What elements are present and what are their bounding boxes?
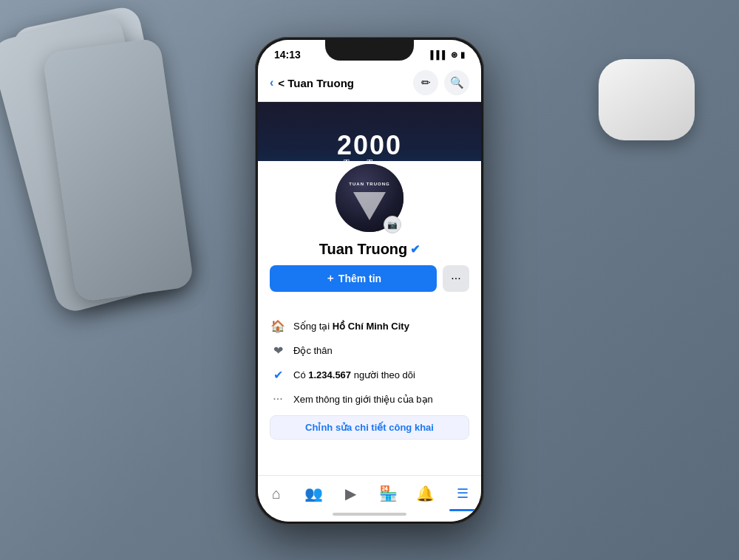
more-icon: ··· (451, 272, 460, 285)
profile-name-text: Tuan Truong (319, 241, 408, 258)
edit-icon: ✏ (421, 76, 431, 89)
battery-icon: ▮ (460, 50, 465, 60)
check-icon: ✔ (270, 368, 286, 382)
profile-section: TUAN TRUONG 📷 Tuan Truong ✔ (258, 161, 481, 311)
status-time: 14:13 (274, 49, 301, 61)
info-item-relationship: ❤ Độc thân (270, 338, 469, 363)
home-indicator (333, 513, 406, 516)
search-button[interactable]: 🔍 (444, 70, 469, 95)
phone-device: 14:13 ▌▌▌ ⊛ ▮ ‹ < Tuan Truong (255, 37, 484, 525)
profile-name: Tuan Truong ✔ (270, 241, 469, 258)
home-icon: 🏠 (270, 319, 286, 333)
nav-item-friends[interactable]: 👥 (300, 483, 327, 504)
nav-item-home[interactable]: ⌂ (263, 483, 290, 504)
cover-number: 2000 (337, 130, 402, 161)
status-icons: ▌▌▌ ⊛ ▮ (431, 50, 465, 60)
nav-title: < Tuan Truong (278, 77, 354, 89)
action-row: ＋ Thêm tin ··· (270, 265, 469, 292)
nav-actions: ✏ 🔍 (413, 70, 469, 95)
search-icon: 🔍 (450, 76, 464, 89)
nav-bar: ‹ < Tuan Truong ✏ 🔍 (258, 64, 481, 102)
avatar-camera-button[interactable]: 📷 (384, 216, 401, 233)
avatar-triangle (353, 192, 386, 220)
info-about-text: Xem thông tin giới thiệu của bạn (293, 394, 433, 405)
info-item-about: ··· Xem thông tin giới thiệu của bạn (270, 387, 469, 411)
info-location-text: Sống tại Hồ Chí Minh City (293, 321, 409, 332)
bell-nav-icon: 🔔 (416, 485, 435, 502)
video-nav-icon: ▶ (345, 485, 356, 502)
store-nav-icon: 🏪 (379, 485, 398, 502)
nav-back[interactable]: ‹ < Tuan Truong (270, 76, 354, 89)
verified-badge-icon: ✔ (410, 242, 420, 256)
avatar-container: TUAN TRUONG 📷 (270, 161, 469, 235)
signal-icon: ▌▌▌ (431, 50, 448, 59)
home-nav-icon: ⌂ (272, 485, 281, 502)
info-section: 🏠 Sống tại Hồ Chí Minh City ❤ Độc thân ✔… (258, 311, 481, 445)
avatar-label: TUAN TRUONG (349, 182, 389, 186)
info-followers-text: Có 1.234.567 người theo dõi (293, 369, 415, 380)
info-item-location: 🏠 Sống tại Hồ Chí Minh City (270, 314, 469, 338)
wifi-icon: ⊛ (451, 50, 457, 60)
add-info-button[interactable]: ＋ Thêm tin (270, 265, 437, 292)
nav-item-marketplace[interactable]: 🏪 (375, 483, 401, 504)
edit-public-button[interactable]: Chỉnh sửa chi tiết công khai (270, 415, 469, 440)
nav-item-video[interactable]: ▶ (338, 483, 364, 504)
menu-nav-icon: ☰ (457, 485, 469, 502)
more-button[interactable]: ··· (443, 265, 469, 292)
scene: 🍎 14:13 ▌▌▌ ⊛ ▮ ‹ (0, 0, 739, 560)
info-relationship-text: Độc thân (293, 345, 333, 356)
phone-screen: 14:13 ▌▌▌ ⊛ ▮ ‹ < Tuan Truong (258, 40, 481, 522)
friends-nav-icon: 👥 (304, 485, 323, 502)
back-arrow-icon: ‹ (270, 76, 273, 89)
heart-icon: ❤ (270, 344, 286, 358)
avatar-camera-icon: 📷 (387, 220, 398, 230)
phone-body: 14:13 ▌▌▌ ⊛ ▮ ‹ < Tuan Truong (255, 37, 484, 525)
add-info-label: Thêm tin (338, 273, 381, 284)
phone-notch (325, 40, 414, 61)
airpods-case (599, 59, 695, 140)
info-item-followers: ✔ Có 1.234.567 người theo dõi (270, 363, 469, 387)
edit-button[interactable]: ✏ (413, 70, 438, 95)
nav-item-menu[interactable]: ☰ (449, 483, 476, 504)
nav-item-notifications[interactable]: 🔔 (412, 483, 438, 504)
plus-icon: ＋ (325, 272, 336, 285)
dots-icon: ··· (270, 392, 286, 406)
